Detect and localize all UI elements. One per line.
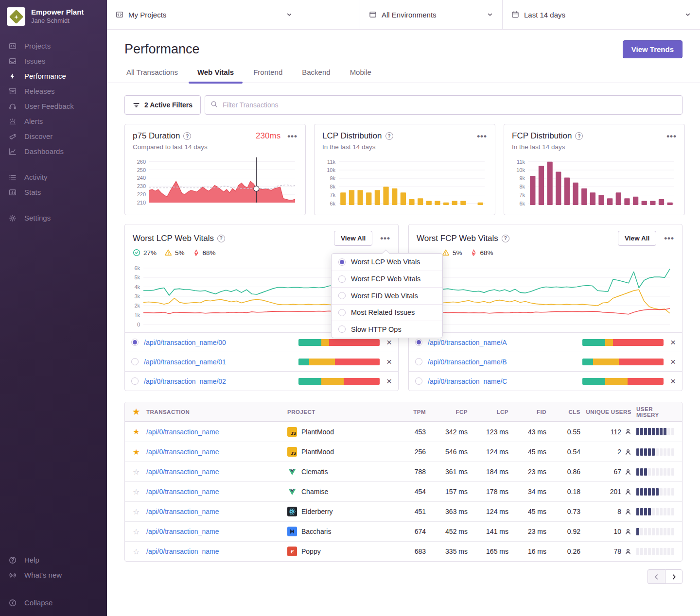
column-header-cls[interactable]: CLS (551, 409, 585, 415)
menu-item-most-related-issues[interactable]: Most Related Issues (332, 304, 442, 321)
help-icon[interactable]: ? (502, 235, 509, 242)
tab-frontend[interactable]: Frontend (252, 68, 283, 83)
close-icon[interactable]: × (386, 357, 392, 366)
radio-selected-icon[interactable] (415, 339, 422, 346)
active-filters-button[interactable]: 2 Active Filters (124, 95, 201, 115)
close-icon[interactable]: × (670, 376, 676, 386)
column-header-user-misery[interactable]: USER MISERY (636, 406, 682, 418)
help-icon[interactable]: ? (385, 132, 393, 140)
project-cell: Baccharis (287, 527, 397, 536)
column-header-tpm[interactable]: TPM (397, 409, 431, 415)
tab-backend[interactable]: Backend (301, 68, 331, 83)
column-header-fcp[interactable]: FCP (431, 409, 472, 415)
sidebar-item-projects[interactable]: Projects (0, 38, 107, 53)
more-options-icon[interactable]: ••• (477, 132, 487, 140)
user-misery-cell (636, 428, 682, 435)
sidebar-item-what-s-new[interactable]: What's new (0, 567, 107, 582)
sidebar-item-settings[interactable]: Settings (0, 210, 107, 225)
radio-unselected-icon[interactable] (131, 358, 139, 365)
transaction-link[interactable]: /api/0/transaction_name (146, 528, 287, 535)
sidebar-item-user-feedback[interactable]: User Feedback (0, 99, 107, 114)
more-options-icon[interactable]: ••• (664, 234, 674, 242)
cls-value: 0.26 (551, 548, 585, 555)
radio-unselected-icon[interactable] (338, 309, 346, 316)
transaction-link[interactable]: /api/0/transaction_name/B (428, 358, 507, 366)
close-icon[interactable]: × (670, 338, 676, 347)
transaction-link[interactable]: /api/0/transaction_name (146, 448, 287, 456)
transaction-link[interactable]: /api/0/transaction_name (146, 488, 287, 496)
sidebar-item-stats[interactable]: Stats (0, 185, 107, 200)
pagination-next-button[interactable] (665, 569, 682, 584)
more-options-icon[interactable]: ••• (380, 234, 390, 242)
close-icon[interactable]: × (386, 376, 392, 386)
help-icon[interactable]: ? (575, 132, 583, 140)
star-icon[interactable]: ★ (125, 407, 146, 416)
star-icon[interactable]: ☆ (125, 507, 146, 516)
column-header-fid[interactable]: FID (513, 409, 551, 415)
sidebar-item-activity[interactable]: Activity (0, 170, 107, 185)
radio-selected-icon[interactable] (131, 339, 139, 346)
transaction-link[interactable]: /api/0/transaction_name (146, 508, 287, 515)
transaction-link[interactable]: /api/0/transaction_name (146, 428, 287, 436)
close-icon[interactable]: × (386, 338, 392, 347)
search-input[interactable] (205, 95, 682, 115)
environment-selector[interactable]: All Environments (360, 0, 502, 29)
transaction-link[interactable]: /api/0/transaction_name/C (428, 377, 507, 385)
sidebar-collapse-button[interactable]: Collapse (0, 595, 107, 610)
table-header: ★TRANSACTIONPROJECTTPMFCPLCPFIDCLSUNIQUE… (125, 402, 682, 422)
star-icon[interactable]: ☆ (125, 527, 146, 536)
more-options-icon[interactable]: ••• (666, 132, 677, 140)
radio-selected-icon[interactable] (338, 258, 346, 266)
view-trends-button[interactable]: View Trends (623, 40, 682, 58)
column-header-lcp[interactable]: LCP (472, 409, 513, 415)
help-icon[interactable]: ? (183, 132, 191, 140)
vitals-stats: 5%68% (409, 246, 682, 257)
column-header-project[interactable]: PROJECT (287, 409, 397, 415)
org-switcher[interactable]: Empower Plant Jane Schmidt (0, 0, 107, 31)
sidebar-item-help[interactable]: Help (0, 552, 107, 567)
pagination-previous-button[interactable] (648, 569, 665, 584)
view-all-button[interactable]: View All (334, 231, 372, 246)
star-icon[interactable]: ☆ (125, 467, 146, 477)
star-icon[interactable]: ☆ (125, 547, 146, 556)
radio-unselected-icon[interactable] (338, 275, 346, 283)
sidebar-item-discover[interactable]: Discover (0, 129, 107, 144)
radio-unselected-icon[interactable] (415, 358, 422, 365)
transaction-link[interactable]: /api/0/transaction_name/A (428, 339, 507, 346)
user-misery-cell (636, 468, 682, 476)
tab-all-transactions[interactable]: All Transactions (125, 68, 179, 83)
sidebar-item-releases[interactable]: Releases (0, 84, 107, 99)
menu-item-worst-fid-web-vitals[interactable]: Worst FID Web Vitals (332, 287, 442, 304)
help-icon[interactable]: ? (217, 235, 225, 242)
column-header-unique-users[interactable]: UNIQUE USERS (585, 409, 636, 415)
close-icon[interactable]: × (670, 357, 676, 366)
tab-mobile[interactable]: Mobile (349, 68, 372, 83)
radio-unselected-icon[interactable] (338, 292, 346, 299)
date-range-selector[interactable]: Last 14 days (502, 0, 700, 29)
radio-unselected-icon[interactable] (415, 377, 422, 385)
user-icon (625, 528, 631, 535)
project-selector[interactable]: My Projects (107, 0, 360, 29)
transaction-link[interactable]: /api/0/transaction_name/01 (144, 358, 226, 366)
view-all-button[interactable]: View All (618, 231, 656, 246)
fcp-value: 157 ms (431, 488, 472, 496)
menu-item-worst-lcp-web-vitals[interactable]: Worst LCP Web Vitals (332, 254, 442, 271)
column-header-transaction[interactable]: TRANSACTION (146, 409, 287, 415)
menu-item-worst-fcp-web-vitals[interactable]: Worst FCP Web Vitals (332, 271, 442, 288)
radio-unselected-icon[interactable] (338, 325, 346, 333)
more-options-icon[interactable]: ••• (287, 132, 298, 140)
sidebar-item-issues[interactable]: Issues (0, 53, 107, 68)
tab-web-vitals[interactable]: Web Vitals (196, 68, 235, 83)
sidebar-item-dashboards[interactable]: Dashboards (0, 144, 107, 159)
radio-unselected-icon[interactable] (131, 377, 139, 385)
menu-item-slow-http-ops[interactable]: Slow HTTP Ops (332, 321, 442, 338)
star-icon[interactable]: ☆ (125, 487, 146, 496)
transaction-link[interactable]: /api/0/transaction_name (146, 468, 287, 476)
transaction-link[interactable]: /api/0/transaction_name/02 (144, 377, 226, 385)
sidebar-item-alerts[interactable]: Alerts (0, 114, 107, 129)
transaction-link[interactable]: /api/0/transaction_name/00 (144, 339, 226, 346)
sidebar-item-performance[interactable]: Performance (0, 68, 107, 84)
star-icon[interactable]: ★ (125, 447, 146, 457)
star-icon[interactable]: ★ (125, 427, 146, 436)
transaction-link[interactable]: /api/0/transaction_name (146, 548, 287, 555)
